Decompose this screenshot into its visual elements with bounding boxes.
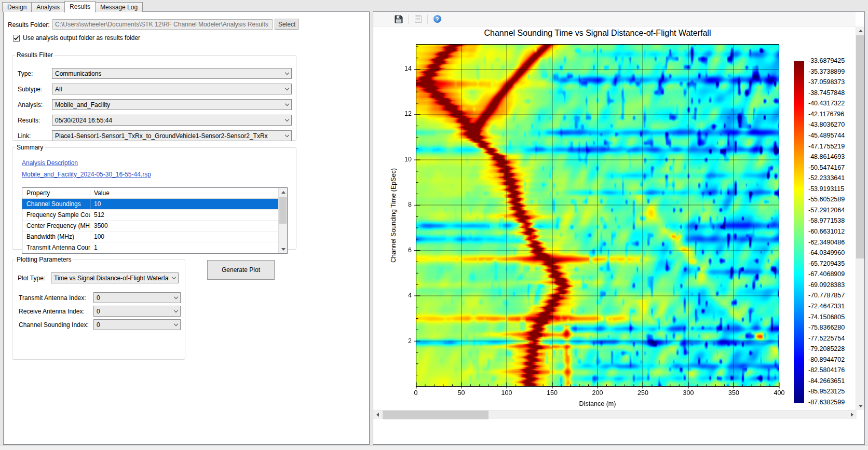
colorbar-tick-label: -40.4317322	[808, 100, 845, 107]
colorbar-tick-label: -53.9193115	[808, 185, 844, 193]
table-cell: Channel Soundings	[22, 199, 90, 209]
colorbar-tick-label: -80.8944702	[808, 356, 845, 363]
plot-type-label: Plot Type:	[18, 275, 45, 282]
table-cell: Bandwidth (MHz)	[22, 231, 90, 242]
colorbar-tick-label: -33.6879425	[808, 57, 845, 64]
colorbar-tick-label: -87.6382599	[808, 399, 845, 406]
transmit-antenna-index-label: Transmit Antenna Index:	[19, 294, 86, 302]
type-label: Type:	[18, 70, 33, 77]
receive-antenna-index-dropdown[interactable]: 0	[93, 306, 181, 317]
tab-message-log[interactable]: Message Log	[95, 2, 143, 12]
channel-sounding-index-dropdown[interactable]: 0	[93, 319, 181, 330]
summary-group: Summary Analysis Description Mobile_and_…	[12, 144, 296, 250]
analysis-value: Mobile_and_Facility	[52, 101, 282, 108]
scroll-down-icon[interactable]	[856, 402, 865, 410]
table-row[interactable]: Transmit Antenna Count1	[22, 242, 279, 253]
colorbar-tick-label: -58.9771538	[808, 217, 845, 224]
analysis-description-link[interactable]: Analysis Description	[22, 159, 78, 167]
chevron-down-icon	[282, 115, 291, 125]
scroll-left-icon[interactable]	[373, 411, 382, 419]
filter-row-analysis: Analysis:Mobile_and_Facility	[18, 99, 292, 110]
link-label: Link:	[18, 132, 31, 140]
scroll-right-icon[interactable]	[848, 411, 857, 419]
type-dropdown[interactable]: Communications	[52, 68, 292, 79]
chevron-down-icon	[171, 293, 180, 303]
use-output-folder-checkbox[interactable]: Use analysis output folder as results fo…	[13, 34, 140, 42]
scrollbar-thumb[interactable]	[383, 411, 489, 419]
results-dropdown[interactable]: 05/30/2024 16:55:44	[52, 115, 292, 126]
report-icon[interactable]	[412, 13, 424, 25]
chevron-down-icon	[171, 306, 180, 316]
y-tick-label: 6	[391, 247, 412, 254]
table-cell: 512	[90, 210, 108, 220]
transmit-antenna-index-dropdown[interactable]: 0	[93, 292, 181, 303]
scrollbar-thumb[interactable]	[856, 35, 864, 258]
vertical-scrollbar[interactable]	[856, 26, 864, 410]
filter-row-link: Link:Place1-Sensor1-Sensor1_TxRx_to_Grou…	[18, 130, 292, 141]
tab-results[interactable]: Results	[64, 1, 96, 12]
tab-bar: Design Analysis Results Message Log	[2, 1, 142, 12]
chevron-down-icon	[171, 320, 180, 330]
analysis-label: Analysis:	[18, 101, 43, 108]
results-folder-input[interactable]	[52, 19, 273, 30]
type-value: Communications	[52, 70, 282, 77]
table-cell: 100	[90, 231, 108, 242]
chevron-down-icon	[282, 131, 291, 141]
colorbar-tick-label: -55.6052589	[808, 196, 845, 203]
colorbar-tick-label: -62.3490486	[808, 239, 845, 246]
plotting-parameters-group: Plotting Parameters Plot Type: Time vs S…	[12, 256, 185, 360]
plot-type-dropdown[interactable]: Time vs Signal Distance-of-Flight Waterf…	[51, 272, 179, 283]
table-header-cell: Property	[22, 188, 90, 198]
x-tick-label: 0	[404, 389, 427, 397]
colorbar-tick-label: -77.5225754	[808, 335, 845, 342]
scroll-up-icon[interactable]	[279, 188, 288, 196]
colorbar-tick-label: -74.1506805	[808, 313, 845, 321]
results-label: Results:	[18, 117, 40, 124]
colorbar-tick-label: -70.7787857	[808, 292, 845, 299]
colorbar-tick-label: -82.5804176	[808, 366, 845, 374]
toolbar-divider	[427, 15, 428, 24]
colorbar-tick-label: -50.5474167	[808, 164, 845, 171]
results-filter-group: Results Filter Type:CommunicationsSubtyp…	[12, 51, 296, 141]
chevron-down-icon	[282, 84, 291, 94]
x-tick-label: 300	[677, 389, 700, 397]
subtype-dropdown[interactable]: All	[52, 84, 292, 94]
colorbar-tick-label: -35.3738899	[808, 68, 845, 75]
horizontal-scrollbar[interactable]	[373, 410, 857, 419]
summary-table-scrollbar[interactable]	[278, 188, 287, 253]
colorbar-tick-label: -79.2085228	[808, 345, 845, 352]
select-folder-button[interactable]: Select	[275, 19, 299, 30]
colorbar-tick-label: -60.6631012	[808, 228, 845, 235]
scrollbar-thumb[interactable]	[279, 197, 287, 224]
summary-table: PropertyValue Channel Soundings10Frequen…	[22, 187, 288, 254]
colorbar-tick-label: -75.8366280	[808, 324, 845, 331]
table-row[interactable]: Frequency Sample Count512	[22, 210, 279, 221]
tab-design[interactable]: Design	[2, 2, 32, 12]
generate-plot-button[interactable]: Generate Plot	[207, 260, 275, 280]
checkbox-label: Use analysis output folder as results fo…	[23, 34, 140, 42]
link-dropdown[interactable]: Place1-Sensor1-Sensor1_TxRx_to_GroundVeh…	[52, 130, 292, 141]
subtype-value: All	[52, 86, 282, 93]
chart-toolbar: ?	[373, 12, 856, 26]
plotting-parameters-title: Plotting Parameters	[15, 256, 73, 263]
scroll-down-icon[interactable]	[279, 245, 288, 253]
help-icon[interactable]: ?	[431, 13, 443, 25]
table-row[interactable]: Center Frequency (MHz)3500	[22, 221, 279, 231]
heatmap-plot[interactable]	[416, 44, 779, 387]
summary-table-header: PropertyValue	[22, 188, 279, 199]
chevron-down-icon	[282, 100, 291, 110]
analysis-dropdown[interactable]: Mobile_and_Facility	[52, 99, 292, 110]
param-row-transmit-antenna-index: Transmit Antenna Index:0	[18, 292, 181, 303]
link-value: Place1-Sensor1-Sensor1_TxRx_to_GroundVeh…	[52, 132, 282, 140]
analysis-file-link[interactable]: Mobile_and_Facility_2024-05-30_16-55-44.…	[22, 171, 151, 178]
subtype-label: Subtype:	[18, 86, 42, 93]
x-axis-label: Distance (m)	[416, 400, 779, 407]
table-row[interactable]: Bandwidth (MHz)100	[22, 231, 279, 242]
scroll-up-icon[interactable]	[856, 26, 865, 35]
colorbar-tick-label: -64.0349960	[808, 249, 845, 256]
tab-analysis[interactable]: Analysis	[31, 2, 65, 12]
save-icon[interactable]	[393, 13, 404, 25]
table-row[interactable]: Channel Soundings10	[22, 199, 279, 210]
param-row-receive-antenna-index: Receive Antenna Index:0	[18, 306, 181, 317]
chevron-down-icon	[282, 69, 291, 78]
